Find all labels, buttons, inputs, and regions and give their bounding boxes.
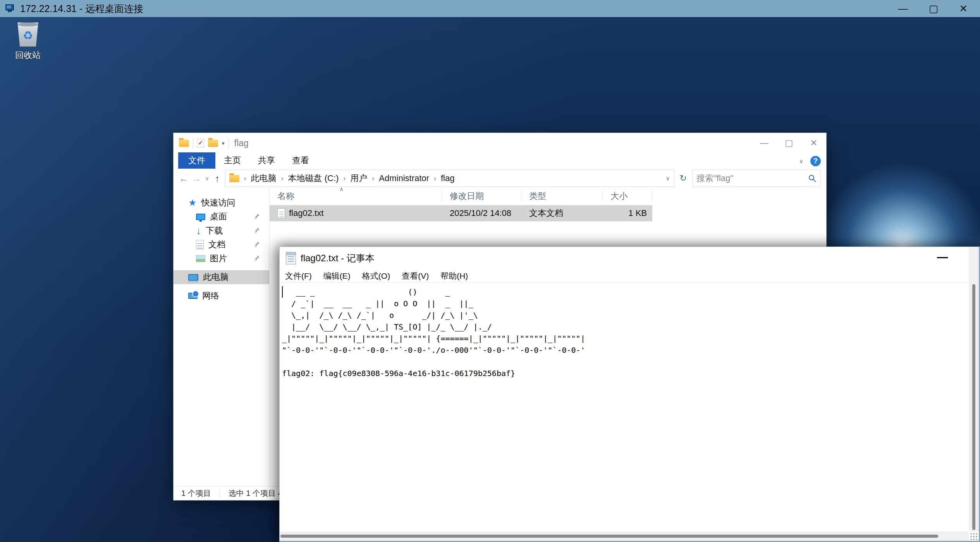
back-icon[interactable]: ← <box>179 173 189 184</box>
breadcrumb-separator-icon: › <box>370 174 376 183</box>
divider <box>193 138 193 148</box>
help-icon[interactable]: ? <box>810 156 821 166</box>
quick-access-star-icon: ★ <box>188 197 197 208</box>
network-icon <box>188 293 198 299</box>
items-count: 1 个项目 <box>181 488 211 499</box>
explorer-maximize-button[interactable]: ▢ <box>777 133 801 153</box>
column-header-size[interactable]: 大小 <box>603 191 652 202</box>
breadcrumb-separator-icon: › <box>280 174 285 183</box>
notepad-text-area[interactable]: __ _ () _ / _`| __ __ _ || o O O || _ ||… <box>280 283 969 532</box>
explorer-window-title: flag <box>234 138 249 148</box>
folder-icon <box>179 140 189 147</box>
text-caret <box>282 286 283 298</box>
search-box[interactable] <box>692 170 821 187</box>
notepad-titlebar[interactable]: flag02.txt - 记事本 <box>280 247 979 269</box>
notepad-icon <box>286 252 296 264</box>
new-folder-icon[interactable] <box>208 140 218 147</box>
pin-icon <box>253 241 260 248</box>
pin-icon <box>253 255 260 262</box>
explorer-sidebar: ★ 快速访问 桌面 ↓ 下载 文档 <box>174 188 270 486</box>
ascii-train-art: __ _ () _ / _`| __ __ _ || o O O || _ ||… <box>282 286 969 356</box>
pin-icon <box>253 213 260 220</box>
rdp-session-screen: 172.22.14.31 - 远程桌面连接 — ▢ ✕ ♻ 回收站 ✓ ▾ <box>0 0 980 542</box>
file-modified-date: 2025/10/2 14:08 <box>442 208 521 218</box>
refresh-icon[interactable]: ↻ <box>677 173 689 183</box>
column-header-name[interactable]: 名称 <box>270 191 442 202</box>
menu-help[interactable]: 帮助(H) <box>440 271 468 281</box>
vertical-scrollbar[interactable] <box>969 247 979 532</box>
rdp-titlebar[interactable]: 172.22.14.31 - 远程桌面连接 — ▢ ✕ <box>0 0 980 17</box>
menu-file[interactable]: 文件(F) <box>285 271 312 281</box>
recycle-bin-icon: ♻ <box>17 22 39 47</box>
tab-view[interactable]: 查看 <box>284 152 318 169</box>
sidebar-item-documents[interactable]: 文档 <box>174 238 270 252</box>
notepad-menubar: 文件(F) 编辑(E) 格式(O) 查看(V) 帮助(H) <box>280 269 979 283</box>
sidebar-item-this-pc[interactable]: 此电脑 <box>174 270 270 284</box>
address-bar[interactable]: › 此电脑 › 本地磁盘 (C:) › 用户 › Administrator ›… <box>225 170 674 187</box>
breadcrumb-flag[interactable]: flag <box>441 173 454 183</box>
rdp-close-button[interactable]: ✕ <box>959 0 968 17</box>
tab-share[interactable]: 共享 <box>249 152 284 169</box>
file-type: 文本文档 <box>521 207 603 219</box>
rdp-title: 172.22.14.31 - 远程桌面连接 <box>20 2 143 15</box>
divider <box>220 490 220 497</box>
notepad-minimize-button[interactable] <box>937 257 948 258</box>
tab-file[interactable]: 文件 <box>178 152 215 169</box>
file-name: flag02.txt <box>289 208 323 218</box>
navigation-toolbar: ← → ∨ ↑ › 此电脑 › 本地磁盘 (C:) › 用户 › Adminis… <box>174 169 826 188</box>
breadcrumb-local-disk-c[interactable]: 本地磁盘 (C:) <box>288 173 339 184</box>
up-icon[interactable]: ↑ <box>213 173 222 184</box>
menu-format[interactable]: 格式(O) <box>362 271 390 281</box>
rdp-maximize-button[interactable]: ▢ <box>929 0 939 17</box>
resize-grip[interactable] <box>970 532 978 540</box>
qat-dropdown-icon[interactable]: ▾ <box>222 140 225 146</box>
forward-icon[interactable]: → <box>192 173 201 184</box>
address-dropdown-icon[interactable]: ∨ <box>666 175 670 182</box>
breadcrumb-separator-icon: › <box>342 174 347 183</box>
file-row-flag02[interactable]: flag02.txt 2025/10/2 14:08 文本文档 1 KB <box>270 205 652 221</box>
pictures-icon <box>196 255 205 262</box>
column-header-modified[interactable]: 修改日期 <box>442 191 521 202</box>
breadcrumb-separator-icon: › <box>432 174 438 183</box>
search-icon[interactable] <box>808 174 817 183</box>
document-icon <box>196 240 204 249</box>
download-arrow-icon: ↓ <box>196 225 201 237</box>
this-pc-icon <box>188 274 198 281</box>
sidebar-item-desktop[interactable]: 桌面 <box>174 210 270 224</box>
notepad-window: flag02.txt - 记事本 文件(F) 编辑(E) 格式(O) 查看(V)… <box>279 247 980 542</box>
explorer-minimize-button[interactable]: — <box>752 133 777 153</box>
menu-view[interactable]: 查看(V) <box>402 271 429 281</box>
menu-edit[interactable]: 编辑(E) <box>323 271 351 281</box>
column-header-type[interactable]: 类型 <box>521 191 603 202</box>
breadcrumb-users[interactable]: 用户 <box>350 173 367 184</box>
notepad-title: flag02.txt - 记事本 <box>301 252 375 264</box>
rdp-computer-icon <box>5 4 15 13</box>
divider <box>229 138 229 148</box>
breadcrumb-this-pc[interactable]: 此电脑 <box>251 173 277 184</box>
pin-icon <box>253 227 260 234</box>
recycle-bin-shortcut[interactable]: ♻ 回收站 <box>9 22 47 61</box>
history-dropdown-icon[interactable]: ∨ <box>205 175 210 181</box>
address-folder-icon <box>229 175 239 182</box>
explorer-titlebar[interactable]: ✓ ▾ flag — ▢ ✕ <box>174 133 826 153</box>
desktop-monitor-icon <box>196 214 205 220</box>
flag-text: flag02: flag{c09e8308-596a-4e16-b31c-061… <box>282 368 969 379</box>
tab-home[interactable]: 主页 <box>215 152 249 169</box>
text-file-icon <box>277 208 285 218</box>
ribbon-tabs: 文件 主页 共享 查看 ∨ ? <box>174 153 826 169</box>
breadcrumb-separator-icon: › <box>242 174 248 183</box>
horizontal-scrollbar-thumb[interactable] <box>280 535 938 538</box>
desktop-wallpaper: ♻ 回收站 ✓ ▾ flag — ▢ ✕ <box>0 17 980 542</box>
properties-check-icon[interactable]: ✓ <box>197 139 204 147</box>
sidebar-item-quick-access[interactable]: ★ 快速访问 <box>174 196 270 210</box>
breadcrumb-administrator[interactable]: Administrator <box>379 173 429 183</box>
vertical-scrollbar-thumb[interactable] <box>972 284 975 530</box>
sidebar-item-network[interactable]: 网络 <box>174 289 270 303</box>
search-input[interactable] <box>696 173 808 183</box>
ribbon-collapse-icon[interactable]: ∨ <box>799 158 803 165</box>
sidebar-item-pictures[interactable]: 图片 <box>174 252 270 266</box>
explorer-close-button[interactable]: ✕ <box>801 133 826 153</box>
rdp-minimize-button[interactable]: — <box>898 0 908 17</box>
sidebar-item-downloads[interactable]: ↓ 下载 <box>174 224 270 238</box>
horizontal-scrollbar[interactable] <box>280 532 969 541</box>
